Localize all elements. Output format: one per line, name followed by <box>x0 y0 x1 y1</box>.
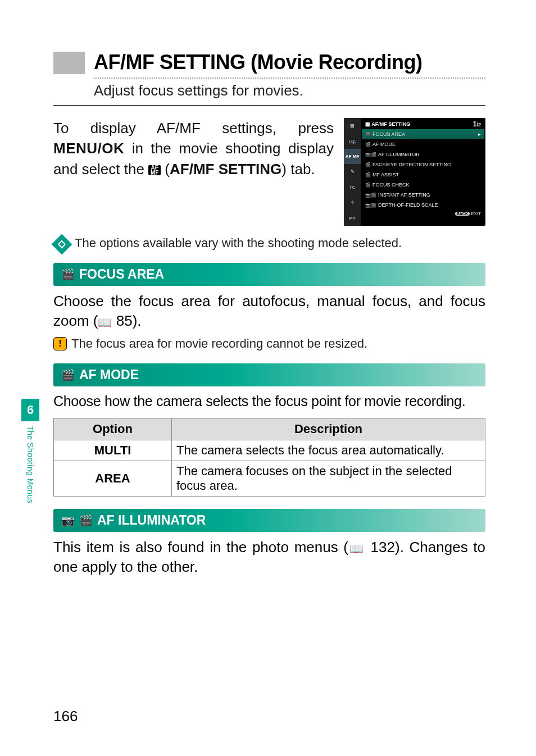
page-subtitle: Adjust focus settings for movies. <box>94 82 485 99</box>
movie-icon: 🎬 <box>61 268 75 281</box>
lcd-main-panel: ▦ AF/MF SETTING 1/2 🎬FOCUS AREA▸ 🎬AF MOD… <box>361 118 485 226</box>
title-dotted-rule <box>94 78 485 79</box>
lcd-tab-column: ▦ I.Q. AF MF ✎ TC ✧ MY <box>344 118 361 226</box>
illuminator-page-ref: 132 <box>371 539 395 555</box>
lcd-tab-5: ✧ <box>344 195 361 210</box>
lcd-item-1: 🎬AF MODE <box>362 139 484 149</box>
intro-paragraph: To display AF/MF settings, press MENU/OK… <box>53 118 334 179</box>
caution-row: ! The focus area for movie recording can… <box>53 336 485 351</box>
section-title-af-mode: AF MODE <box>79 367 139 382</box>
lcd-tab-1: I.Q. <box>344 133 361 148</box>
option-desc-1: The camera focuses on the subject in the… <box>172 461 485 496</box>
table-row: MULTI The camera selects the focus area … <box>54 440 485 461</box>
lcd-item-5: 🎬FOCUS CHECK <box>362 180 484 190</box>
lcd-tab-0: ▦ <box>344 118 361 133</box>
lcd-tab-6: MY <box>344 211 361 226</box>
lcd-item-0: 🎬FOCUS AREA▸ <box>362 129 484 139</box>
page-title: AF/MF SETTING (Movie Recording) <box>94 51 423 74</box>
section-header-focus-area: 🎬 FOCUS AREA <box>53 263 485 286</box>
caution-icon: ! <box>53 337 67 350</box>
chapter-number: 6 <box>21 399 39 421</box>
caution-text: The focus area for movie recording canno… <box>71 336 367 351</box>
option-name-0: MULTI <box>54 440 172 461</box>
section-header-af-mode: 🎬 AF MODE <box>53 363 485 386</box>
note-text: The options available vary with the shoo… <box>75 236 402 251</box>
page-title-row: AF/MF SETTING (Movie Recording) <box>53 51 485 74</box>
lcd-item-2: 📷🎬AF ILLUMINATOR <box>362 149 484 160</box>
page-number: 166 <box>53 708 78 725</box>
lcd-tab-3: ✎ <box>344 164 361 179</box>
chapter-side-tab: 6 The Shooting Menus <box>21 399 39 503</box>
table-header-description: Description <box>172 418 485 440</box>
af-mode-options-table: Option Description MULTI The camera sele… <box>53 418 485 497</box>
note-diamond-icon <box>52 234 72 255</box>
section-title-focus-area: FOCUS AREA <box>79 267 164 282</box>
section-header-af-illuminator: 📷 🎬 AF ILLUMINATOR <box>53 509 485 532</box>
camera-icon: 📷 <box>61 514 75 527</box>
menu-ok-label: MENU/OK <box>53 140 124 157</box>
option-name-1: AREA <box>54 461 172 496</box>
page-ref-icon: 📖 <box>348 543 365 555</box>
intro-text-4: ) tab. <box>281 161 315 177</box>
lcd-item-4: 🎬MF ASSIST <box>362 170 484 180</box>
title-rule <box>53 105 485 106</box>
lcd-footer: BACK EXIT <box>362 210 484 218</box>
lcd-tab-2: AF MF <box>344 149 361 164</box>
note-row: The options available vary with the shoo… <box>53 236 485 252</box>
table-row: AREA The camera focuses on the subject i… <box>54 461 485 496</box>
lcd-tab-4: TC <box>344 180 361 195</box>
title-bullet-icon <box>53 52 85 74</box>
intro-text-1: To display AF/MF settings, press <box>53 120 334 136</box>
lcd-item-3: 🎬FACE/EYE DETECTION SETTING <box>362 160 484 170</box>
af-illuminator-paragraph: This item is also found in the photo men… <box>53 538 485 577</box>
lcd-page-indicator: 1/2 <box>473 120 481 128</box>
table-header-option: Option <box>54 418 172 440</box>
lcd-header: ▦ AF/MF SETTING 1/2 <box>362 119 484 129</box>
af-mode-paragraph: Choose how the camera selects the focus … <box>53 392 485 411</box>
movie-icon: 🎬 <box>61 368 75 381</box>
lcd-item-7: 📷🎬DEPTH-OF-FIELD SCALE <box>362 200 484 210</box>
lcd-header-title: AF/MF SETTING <box>371 121 410 127</box>
section-title-af-illuminator: AF ILLUMINATOR <box>97 513 206 528</box>
camera-menu-screenshot: ▦ I.Q. AF MF ✎ TC ✧ MY ▦ AF/MF SETTING 1… <box>344 118 485 226</box>
lcd-item-6: 📷🎬INSTANT AF SETTING <box>362 190 484 200</box>
option-desc-0: The camera selects the focus area automa… <box>172 440 485 461</box>
chapter-label: The Shooting Menus <box>26 421 35 503</box>
page-ref-icon: 📖 <box>98 316 112 329</box>
afmf-tab-icon: AF MF <box>148 165 161 175</box>
focus-area-page-ref: 85 <box>116 312 133 329</box>
intro-text-3: ( <box>161 161 170 177</box>
afmf-tab-label: AF/MF SETTING <box>170 161 281 177</box>
focus-area-paragraph: Choose the focus area for autofocus, man… <box>53 292 485 331</box>
movie-icon: 🎬 <box>79 514 93 527</box>
